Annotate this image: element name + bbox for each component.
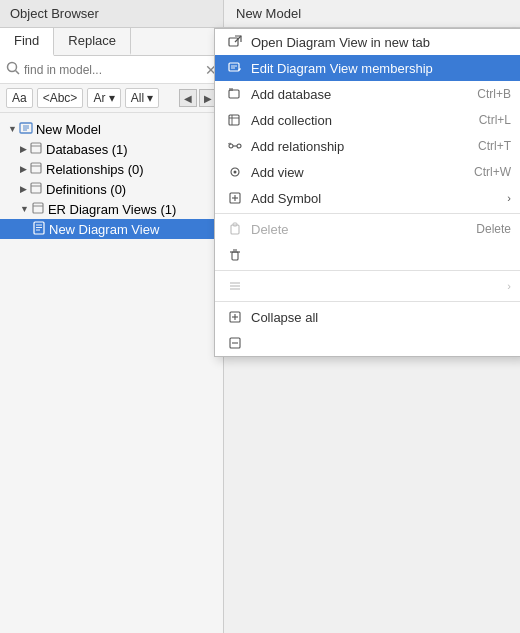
nav-arrows: ◀ ▶ bbox=[179, 89, 217, 107]
tree-item-new-model-label: New Model bbox=[36, 122, 101, 137]
ctx-add-relationship-label: Add relationship bbox=[251, 139, 470, 154]
diagram-view-icon bbox=[32, 221, 46, 237]
add-sym-icon bbox=[227, 190, 243, 206]
expand-definitions-icon: ▶ bbox=[20, 184, 27, 194]
svg-rect-12 bbox=[33, 203, 43, 213]
expand-databases-icon: ▶ bbox=[20, 144, 27, 154]
svg-rect-18 bbox=[229, 38, 238, 46]
tab-find[interactable]: Find bbox=[0, 28, 54, 56]
add-db-icon bbox=[227, 86, 243, 102]
ctx-add-relationship-shortcut: Ctrl+T bbox=[478, 139, 511, 153]
ctx-add-database[interactable]: Add database Ctrl+B bbox=[215, 81, 520, 107]
separator-3 bbox=[215, 301, 520, 302]
ctx-open-diagram-label: Open Diagram View in new tab bbox=[251, 35, 511, 50]
ctx-edit-membership[interactable]: Edit Diagram View membership bbox=[215, 55, 520, 81]
ctx-add-symbol[interactable]: Add Symbol › bbox=[215, 185, 520, 211]
tree-item-er-diagram-views[interactable]: ▼ ER Diagram Views (1) bbox=[0, 199, 223, 219]
case-option-button[interactable]: Aa bbox=[6, 88, 33, 108]
context-menu: Open Diagram View in new tab Edit Diagra… bbox=[214, 28, 520, 357]
svg-line-1 bbox=[16, 71, 20, 75]
ctx-add-symbol-label: Add Symbol bbox=[251, 191, 499, 206]
separator-2 bbox=[215, 270, 520, 271]
ctx-paste[interactable]: Delete Delete bbox=[215, 216, 520, 242]
ctx-open-diagram[interactable]: Open Diagram View in new tab bbox=[215, 29, 520, 55]
svg-rect-8 bbox=[31, 163, 41, 173]
edit-icon bbox=[227, 60, 243, 76]
search-input[interactable] bbox=[24, 63, 201, 77]
er-diagram-views-icon bbox=[31, 201, 45, 217]
open-icon bbox=[227, 34, 243, 50]
tree-item-new-model[interactable]: ▼ New Model bbox=[0, 119, 223, 139]
svg-rect-20 bbox=[229, 63, 239, 71]
ctx-delete[interactable] bbox=[215, 242, 520, 268]
tree-item-relationships-label: Relationships (0) bbox=[46, 162, 144, 177]
relationships-icon bbox=[29, 161, 43, 177]
right-panel-title: New Model bbox=[236, 6, 301, 21]
ctx-add-relationship[interactable]: Add relationship Ctrl+T bbox=[215, 133, 520, 159]
tree-item-er-diagram-views-label: ER Diagram Views (1) bbox=[48, 202, 176, 217]
ctx-add-symbol-arrow: › bbox=[507, 192, 511, 204]
expand-er-icon: ▼ bbox=[20, 204, 29, 214]
ctx-add-database-label: Add database bbox=[251, 87, 469, 102]
right-panel: New Model Open Diagram View in new tab bbox=[224, 0, 520, 633]
svg-rect-39 bbox=[232, 252, 238, 260]
all-option-button[interactable]: All ▾ bbox=[125, 88, 160, 108]
definitions-icon bbox=[29, 181, 43, 197]
ctx-align-arrow: › bbox=[507, 280, 511, 292]
tree-root-icon bbox=[19, 121, 33, 137]
svg-rect-10 bbox=[31, 183, 41, 193]
svg-rect-26 bbox=[229, 115, 239, 125]
panel-header: Object Browser bbox=[0, 0, 223, 28]
search-icon bbox=[6, 61, 20, 78]
ctx-paste-label: Delete bbox=[251, 222, 468, 237]
expand-relationships-icon: ▶ bbox=[20, 164, 27, 174]
options-row: Aa <Abc> Ar ▾ All ▾ ◀ ▶ bbox=[0, 84, 223, 113]
delete-icon bbox=[227, 247, 243, 263]
svg-rect-6 bbox=[31, 143, 41, 153]
svg-point-30 bbox=[237, 144, 241, 148]
panel-title: Object Browser bbox=[10, 6, 99, 21]
ctx-collapse-all[interactable] bbox=[215, 330, 520, 356]
search-row: ✕ bbox=[0, 56, 223, 84]
tree-item-new-diagram-view-label: New Diagram View bbox=[49, 222, 159, 237]
add-col-icon bbox=[227, 112, 243, 128]
ctx-paste-shortcut: Delete bbox=[476, 222, 511, 236]
tree-area: ▼ New Model ▶ Databases (1) bbox=[0, 113, 223, 633]
svg-rect-14 bbox=[34, 222, 44, 234]
add-rel-icon bbox=[227, 138, 243, 154]
prev-arrow-button[interactable]: ◀ bbox=[179, 89, 197, 107]
svg-point-0 bbox=[8, 63, 17, 72]
ctx-add-collection-label: Add collection bbox=[251, 113, 471, 128]
tree-item-databases[interactable]: ▶ Databases (1) bbox=[0, 139, 223, 159]
add-view-icon bbox=[227, 164, 243, 180]
right-header: New Model bbox=[224, 0, 520, 28]
ctx-add-collection[interactable]: Add collection Ctrl+L bbox=[215, 107, 520, 133]
ctx-expand-all[interactable]: Collapse all bbox=[215, 304, 520, 330]
tabs-row: Find Replace bbox=[0, 28, 223, 56]
tree-item-definitions-label: Definitions (0) bbox=[46, 182, 126, 197]
svg-point-33 bbox=[234, 171, 237, 174]
tree-item-definitions[interactable]: ▶ Definitions (0) bbox=[0, 179, 223, 199]
ctx-expand-all-label: Collapse all bbox=[251, 310, 511, 325]
svg-rect-23 bbox=[229, 90, 239, 98]
abc-option-button[interactable]: <Abc> bbox=[37, 88, 84, 108]
databases-icon bbox=[29, 141, 43, 157]
tree-item-new-diagram-view[interactable]: New Diagram View bbox=[0, 219, 223, 239]
ctx-edit-membership-label: Edit Diagram View membership bbox=[251, 61, 511, 76]
expand-new-model-icon: ▼ bbox=[8, 124, 17, 134]
ctx-add-view[interactable]: Add view Ctrl+W bbox=[215, 159, 520, 185]
svg-point-29 bbox=[229, 144, 233, 148]
align-icon bbox=[227, 278, 243, 294]
ar-option-button[interactable]: Ar ▾ bbox=[87, 88, 120, 108]
expand-icon bbox=[227, 309, 243, 325]
tree-item-relationships[interactable]: ▶ Relationships (0) bbox=[0, 159, 223, 179]
left-panel: Object Browser Find Replace ✕ Aa <Abc> A… bbox=[0, 0, 224, 633]
tab-replace[interactable]: Replace bbox=[54, 28, 131, 55]
tree-item-databases-label: Databases (1) bbox=[46, 142, 128, 157]
ctx-add-database-shortcut: Ctrl+B bbox=[477, 87, 511, 101]
separator-1 bbox=[215, 213, 520, 214]
ctx-add-collection-shortcut: Ctrl+L bbox=[479, 113, 511, 127]
ctx-add-view-label: Add view bbox=[251, 165, 466, 180]
paste-icon bbox=[227, 221, 243, 237]
ctx-align-collections[interactable]: › bbox=[215, 273, 520, 299]
